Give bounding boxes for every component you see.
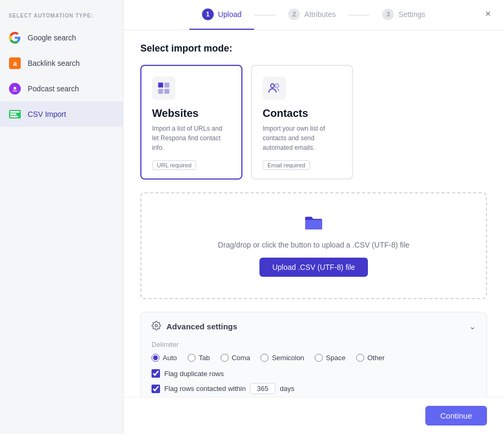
delimiter-other[interactable]: Other <box>356 354 385 362</box>
step-2-label: Attributes <box>304 10 335 19</box>
websites-card-title: Websites <box>152 107 231 120</box>
delimiter-space-radio[interactable] <box>315 354 323 362</box>
delimiter-space-label: Space <box>326 354 346 362</box>
flag-duplicate-rows-item[interactable]: Flag duplicate rows <box>152 369 476 378</box>
svg-rect-5 <box>164 83 169 88</box>
upload-text: Drag/drop or click the button to upload … <box>152 241 475 249</box>
svg-point-10 <box>155 325 158 327</box>
main-content: 1 Upload 2 Attributes 3 Settings × Selec… <box>123 0 504 434</box>
flag-rows-contacted-item[interactable]: Flag rows contacted within days <box>152 383 476 394</box>
contacts-card-desc: Import your own list of contacts and sen… <box>263 124 341 152</box>
step-3-number: 3 <box>382 8 394 20</box>
delimiter-tab-radio[interactable] <box>188 354 196 362</box>
websites-card[interactable]: Websites Import a list of URLs and let R… <box>140 65 242 180</box>
backlink-search-icon: a <box>9 57 21 70</box>
google-search-label: Google search <box>28 33 76 42</box>
delimiter-tab-label: Tab <box>199 354 210 362</box>
upload-area[interactable]: Drag/drop or click the button to upload … <box>140 192 487 299</box>
svg-rect-1 <box>10 111 20 113</box>
delimiter-coma[interactable]: Coma <box>221 354 250 362</box>
delimiter-auto-radio[interactable] <box>152 354 159 362</box>
step-attributes[interactable]: 2 Attributes <box>275 8 348 30</box>
footer: Continue <box>123 397 504 434</box>
backlink-search-label: Backlink search <box>28 59 80 67</box>
delimiter-auto-label: Auto <box>163 354 177 362</box>
advanced-settings-title: Advanced settings <box>166 322 237 331</box>
svg-rect-6 <box>158 89 163 93</box>
continue-button[interactable]: Continue <box>425 406 487 426</box>
step-upload[interactable]: 1 Upload <box>189 8 254 30</box>
step-separator-1 <box>254 15 275 15</box>
svg-rect-2 <box>10 114 16 115</box>
delimiter-coma-label: Coma <box>232 354 250 362</box>
step-separator-2 <box>348 15 369 15</box>
steps-nav: 1 Upload 2 Attributes 3 Settings <box>136 8 491 30</box>
delimiter-other-radio[interactable] <box>356 354 364 362</box>
step-3-label: Settings <box>398 10 425 19</box>
delimiter-tab[interactable]: Tab <box>188 354 210 362</box>
podcast-search-icon <box>9 82 21 95</box>
flag-rows-contacted-checkbox[interactable] <box>152 385 160 393</box>
gear-icon <box>152 321 161 332</box>
contacts-card[interactable]: Contacts Import your own list of contact… <box>251 65 353 180</box>
close-button[interactable]: × <box>481 6 495 21</box>
svg-rect-7 <box>164 89 169 93</box>
step-settings[interactable]: 3 Settings <box>369 8 438 30</box>
sidebar-item-csv-import[interactable]: CSV Import <box>0 101 123 127</box>
upload-folder-icon <box>152 215 475 234</box>
step-2-number: 2 <box>288 8 300 20</box>
contacts-card-title: Contacts <box>263 107 341 120</box>
csv-import-icon <box>9 108 21 121</box>
google-search-icon <box>9 31 21 44</box>
step-1-number: 1 <box>202 8 214 20</box>
import-mode-title: Select import mode: <box>140 43 487 54</box>
websites-card-icon <box>152 76 175 100</box>
sidebar-label: Select Automation Type: <box>0 8 123 25</box>
sidebar-item-podcast-search[interactable]: Podcast search <box>0 76 123 101</box>
delimiter-space[interactable]: Space <box>315 354 346 362</box>
podcast-search-label: Podcast search <box>28 84 79 93</box>
content-area: Select import mode: Websites Import a li… <box>123 30 504 397</box>
delimiter-auto[interactable]: Auto <box>152 354 177 362</box>
flag-rows-contacted-label: Flag rows contacted within <box>164 385 246 393</box>
delimiter-other-label: Other <box>367 354 385 362</box>
contacts-card-icon <box>263 76 286 100</box>
topbar: 1 Upload 2 Attributes 3 Settings × <box>123 0 504 30</box>
delimiter-label: Delimiter <box>152 341 476 348</box>
flag-duplicate-rows-label: Flag duplicate rows <box>164 370 224 378</box>
svg-rect-3 <box>10 116 18 117</box>
websites-card-badge: URL required <box>152 160 196 170</box>
advanced-settings-panel: Advanced settings ⌄ Delimiter Auto Tab <box>140 312 487 397</box>
contacts-card-badge: Email required <box>263 160 310 170</box>
svg-rect-4 <box>158 83 163 88</box>
delimiter-section: Delimiter Auto Tab Coma <box>152 341 476 394</box>
csv-import-label: CSV Import <box>28 110 66 118</box>
delimiter-radio-group: Auto Tab Coma Semicolon <box>152 354 476 362</box>
delimiter-semicolon-radio[interactable] <box>261 354 268 362</box>
sidebar-item-google-search[interactable]: Google search <box>0 25 123 50</box>
days-label: days <box>280 385 294 393</box>
sidebar-item-backlink-search[interactable]: a Backlink search <box>0 50 123 76</box>
step-1-label: Upload <box>218 10 241 19</box>
delimiter-coma-radio[interactable] <box>221 354 229 362</box>
delimiter-semicolon-label: Semicolon <box>272 354 304 362</box>
upload-csv-button[interactable]: Upload .CSV (UTF-8) file <box>259 258 368 277</box>
days-input[interactable] <box>250 383 275 394</box>
sidebar: Select Automation Type: Google search a … <box>0 0 123 434</box>
delimiter-semicolon[interactable]: Semicolon <box>261 354 304 362</box>
websites-card-desc: Import a list of URLs and let Respona fi… <box>152 124 231 152</box>
flag-duplicate-rows-checkbox[interactable] <box>152 369 160 378</box>
import-cards: Websites Import a list of URLs and let R… <box>140 65 487 180</box>
advanced-settings-header[interactable]: Advanced settings ⌄ <box>152 321 476 332</box>
chevron-down-icon: ⌄ <box>469 321 476 331</box>
svg-point-9 <box>275 84 279 88</box>
svg-point-8 <box>271 84 274 88</box>
checkbox-group: Flag duplicate rows Flag rows contacted … <box>152 369 476 394</box>
